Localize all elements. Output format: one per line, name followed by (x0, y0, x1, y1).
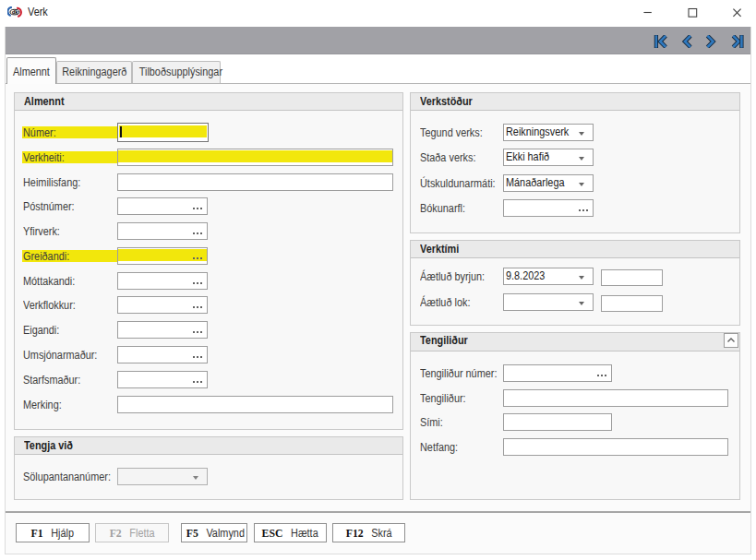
svg-text:dk: dk (12, 9, 18, 15)
